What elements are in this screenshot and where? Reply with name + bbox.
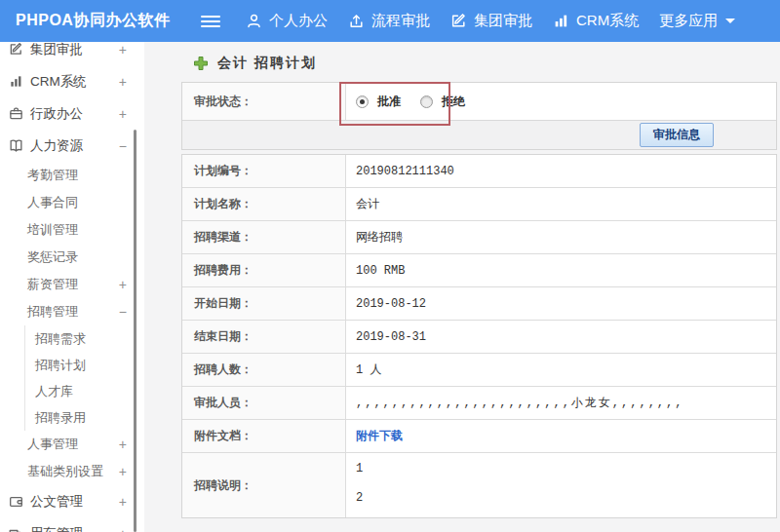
sidebar-item-base-category[interactable]: 基础类别设置 +: [0, 458, 144, 485]
nav-process-approval[interactable]: 流程审批: [348, 12, 430, 30]
nav-label: 流程审批: [371, 12, 430, 30]
field-value: 网络招聘: [346, 221, 776, 253]
field-label: 计划名称：: [182, 188, 346, 220]
sidebar-item-crm[interactable]: CRM系统 +: [0, 65, 144, 97]
sidebar-item-hr[interactable]: 人力资源 −: [0, 130, 144, 162]
sidebar-item-label: 人力资源: [30, 137, 83, 155]
sidebar-item-recruit-plan[interactable]: 招聘计划: [25, 352, 144, 378]
sidebar-item-salary[interactable]: 薪资管理 +: [0, 271, 144, 298]
sidebar-item-recruit-demand[interactable]: 招聘需求: [25, 325, 144, 352]
field-label: 计划编号：: [182, 155, 346, 187]
edit-icon: [450, 13, 467, 29]
expand-toggle[interactable]: +: [119, 106, 127, 122]
sidebar-item-recruit-hire[interactable]: 招聘录用: [25, 404, 144, 431]
sidebar-item-label: 行政办公: [30, 105, 83, 123]
sidebar-item-label: 招聘录用: [35, 409, 86, 427]
field-row-cost: 招聘费用： 100 RMB: [182, 254, 776, 287]
expand-toggle[interactable]: +: [119, 464, 127, 479]
top-bar: PHPOA协同办公软件 个人办公 流程审批 集团审批 CRM系统: [0, 0, 780, 42]
hamburger-menu-icon[interactable]: [201, 13, 220, 30]
nav-label: 集团审批: [474, 12, 532, 30]
add-plus-icon: [193, 56, 209, 71]
field-value: 会计: [346, 188, 776, 220]
field-value: 2019-08-31: [346, 321, 776, 353]
sidebar-item-group-approval[interactable]: 集团审批 +: [0, 42, 144, 65]
sidebar-item-rewards[interactable]: 奖惩记录: [0, 244, 144, 271]
expand-toggle[interactable]: −: [119, 138, 127, 154]
field-row-channel: 招聘渠道： 网络招聘: [182, 221, 776, 254]
sidebar-item-label: 招聘管理: [27, 303, 78, 321]
sidebar-item-training[interactable]: 培训管理: [0, 216, 144, 244]
nav-label: 个人办公: [269, 12, 328, 30]
radio-approve-label[interactable]: 批准: [377, 94, 401, 110]
expand-toggle[interactable]: +: [119, 526, 127, 532]
field-value: 20190812111340: [346, 155, 776, 187]
field-row-headcount: 招聘人数： 1 人: [182, 354, 776, 387]
nav-label: CRM系统: [576, 12, 639, 30]
approval-info-button[interactable]: 审批信息: [640, 123, 714, 147]
caret-down-icon: [725, 19, 735, 23]
sidebar-item-label: 基础类别设置: [27, 463, 103, 480]
detail-table: 计划编号： 20190812111340 计划名称： 会计 招聘渠道： 网络招聘…: [181, 154, 777, 518]
field-label: 招聘费用：: [182, 254, 346, 286]
sidebar-scrollbar[interactable]: [134, 130, 136, 532]
sidebar-item-label: 培训管理: [27, 221, 78, 239]
sidebar-item-attendance[interactable]: 考勤管理: [0, 162, 144, 189]
sidebar-item-label: 招聘需求: [35, 330, 86, 348]
nav-personal-office[interactable]: 个人办公: [246, 12, 328, 30]
bar-chart-icon: [9, 74, 24, 90]
edit-icon: [9, 42, 24, 57]
attachment-download-link[interactable]: 附件下载: [356, 428, 403, 444]
field-label: 附件文档：: [182, 420, 346, 452]
sidebar-item-label: 薪资管理: [27, 276, 78, 293]
sidebar-item-admin-office[interactable]: 行政办公 +: [0, 97, 144, 130]
field-label: 开始日期：: [182, 287, 346, 320]
sidebar-item-label: 考勤管理: [27, 167, 78, 184]
expand-toggle[interactable]: −: [119, 304, 127, 320]
bar-chart-icon: [553, 13, 569, 29]
sidebar-item-personnel[interactable]: 人事管理 +: [0, 431, 144, 458]
upload-icon: [348, 13, 365, 29]
expand-toggle[interactable]: +: [119, 494, 127, 510]
sidebar-item-label: 人事管理: [27, 436, 78, 453]
field-row-approvers: 审批人员： ,,,,,,,,,,,,,,,,,,,,,,,,小龙女,,,,,,,…: [182, 387, 776, 420]
truck-icon: [9, 526, 24, 532]
field-value: ,,,,,,,,,,,,,,,,,,,,,,,,小龙女,,,,,,,,: [346, 387, 776, 419]
expand-toggle[interactable]: +: [119, 277, 127, 292]
field-label: 招聘说明：: [182, 453, 346, 517]
field-value: 2019-08-12: [346, 287, 776, 320]
sidebar-item-label: 奖惩记录: [27, 248, 78, 266]
wallet-icon: [9, 494, 24, 510]
sidebar-item-talent-pool[interactable]: 人才库: [25, 378, 144, 404]
field-label: 招聘渠道：: [182, 221, 346, 253]
radio-reject[interactable]: [420, 95, 433, 108]
nav-group-approval[interactable]: 集团审批: [450, 12, 532, 30]
expand-toggle[interactable]: +: [119, 42, 127, 57]
field-row-plan-no: 计划编号： 20190812111340: [182, 155, 776, 188]
sidebar-item-label: 人事合同: [27, 194, 78, 211]
sidebar-item-documents[interactable]: 公文管理 +: [0, 485, 144, 517]
field-label: 招聘人数：: [182, 354, 346, 386]
nav-crm-system[interactable]: CRM系统: [553, 12, 639, 30]
sidebar: 集团审批 + CRM系统 + 行政办公 + 人力资源 − 考勤管理 人事合同 培…: [0, 42, 144, 532]
app-logo-title: PHPOA协同办公软件: [0, 11, 181, 31]
status-radio-group: 批准 拒绝: [356, 94, 485, 110]
sidebar-item-recruit-mgmt[interactable]: 招聘管理 −: [0, 298, 144, 325]
page-title: 会计 招聘计划: [217, 55, 317, 72]
sidebar-item-label: 用车管理: [30, 525, 83, 532]
status-label: 审批状态：: [182, 83, 346, 120]
sidebar-item-vehicle[interactable]: 用车管理 +: [0, 517, 144, 532]
expand-toggle[interactable]: +: [119, 74, 127, 90]
radio-approve[interactable]: [356, 95, 369, 108]
briefcase-icon: [9, 106, 24, 122]
nav-more-apps[interactable]: 更多应用: [659, 12, 735, 30]
sidebar-item-label: 人才库: [35, 383, 73, 400]
nav-label: 更多应用: [659, 12, 718, 30]
sidebar-item-hr-contract[interactable]: 人事合同: [0, 189, 144, 216]
user-icon: [246, 13, 262, 29]
status-table: 审批状态： 批准 拒绝 审批信息: [181, 82, 777, 150]
field-row-attachment: 附件文档： 附件下载: [182, 420, 776, 453]
field-row-plan-name: 计划名称： 会计: [182, 188, 776, 221]
expand-toggle[interactable]: +: [119, 437, 127, 452]
radio-reject-label[interactable]: 拒绝: [442, 94, 465, 110]
